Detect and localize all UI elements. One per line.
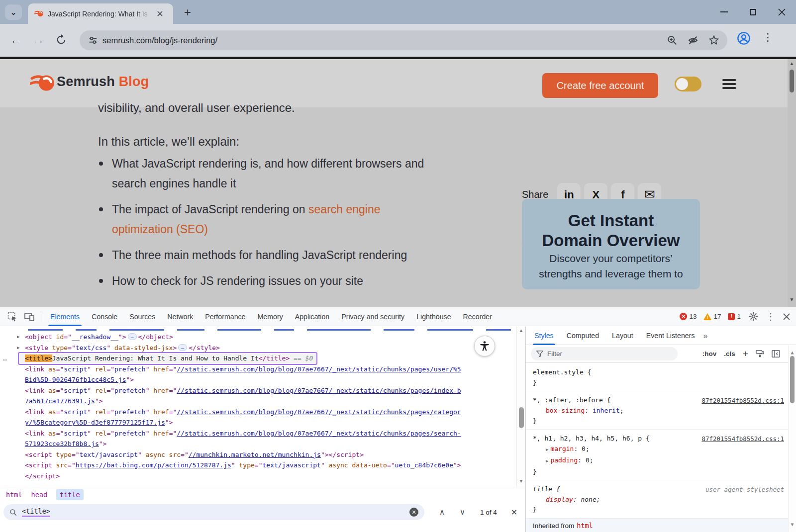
collapsed-content-icon[interactable]: … xyxy=(178,344,187,351)
rendering-emulation-icon[interactable] xyxy=(756,350,764,357)
dom-node-row[interactable]: <link as="script" rel="prefetch" href="/… xyxy=(0,364,516,375)
inherited-from-node[interactable]: html xyxy=(577,522,593,530)
breadcrumb-item-title[interactable]: title xyxy=(56,489,84,500)
devtools-tab-application[interactable]: Application xyxy=(289,307,335,326)
domain-overview-card[interactable]: Get Instant Domain Overview Discover you… xyxy=(522,199,700,289)
bookmark-star-icon[interactable] xyxy=(708,35,719,46)
dom-node-row[interactable]: 7a5617ca1776391.js"> xyxy=(0,396,516,407)
scroll-up-icon[interactable]: ▲ xyxy=(788,61,796,66)
breadcrumb-item-html[interactable]: html xyxy=(6,491,22,499)
scrollbar-thumb[interactable] xyxy=(790,356,795,403)
css-property[interactable]: ▶margin: 0; xyxy=(533,443,788,455)
error-badge[interactable]: ✕13 xyxy=(680,313,696,320)
close-search-icon[interactable]: ✕ xyxy=(511,508,517,517)
menu-icon[interactable] xyxy=(722,79,736,91)
breadcrumb-item-head[interactable]: head xyxy=(31,491,48,499)
dom-node-row[interactable]: y/%5Bcategory%5D-d3ef877797125f17.js"> xyxy=(0,417,516,428)
warning-badge[interactable]: !17 xyxy=(703,313,721,320)
css-property[interactable]: display: none; xyxy=(533,494,788,505)
dom-node-row[interactable]: <link as="script" rel="prefetch" href="/… xyxy=(0,428,516,439)
css-rule[interactable]: *, :after, :before {87f201554fb8552d.css… xyxy=(526,391,788,430)
maximize-button[interactable] xyxy=(738,0,767,24)
dom-node-row[interactable]: 571923cce32bf8b8.js"> xyxy=(0,439,516,449)
device-toolbar-icon[interactable] xyxy=(24,312,34,322)
semrush-logo-icon[interactable] xyxy=(30,73,56,93)
scroll-down-icon[interactable]: ▼ xyxy=(788,297,796,302)
expand-arrow-icon[interactable]: ▶ xyxy=(17,332,19,343)
stylesheet-source-link[interactable]: 87f201554fb8552d.css:1 xyxy=(701,434,784,444)
devtools-tab-lighthouse[interactable]: Lighthouse xyxy=(410,307,457,326)
expand-arrow-icon[interactable]: ▶ xyxy=(546,447,548,452)
minimize-button[interactable] xyxy=(709,0,738,24)
scroll-down-icon[interactable]: ▼ xyxy=(517,478,525,484)
dom-node-row[interactable]: Bid%5D-9026476fb1cc48c5.js"> xyxy=(0,374,516,385)
dom-node-row[interactable]: </script> xyxy=(0,471,516,482)
hover-state-button[interactable]: :hov xyxy=(702,349,717,359)
dom-scrollbar[interactable]: ▲ ▼ xyxy=(516,327,525,487)
reload-button[interactable] xyxy=(56,34,67,45)
dom-node-row[interactable]: <script src="https://bat.bing.com/p/acti… xyxy=(0,460,516,471)
css-rule[interactable]: title {user agent stylesheetdisplay: non… xyxy=(526,480,788,519)
devtools-tab-console[interactable]: Console xyxy=(86,307,123,326)
tab-search-button[interactable]: ⌄ xyxy=(5,4,22,20)
devtools-tab-elements[interactable]: Elements xyxy=(44,307,86,326)
devtools-close-icon[interactable] xyxy=(783,313,790,320)
devtools-tab-network[interactable]: Network xyxy=(161,307,199,326)
selected-dom-node[interactable]: <title>JavaScript Rendering: What It Is … xyxy=(19,353,316,364)
css-rule[interactable]: *, h1, h2, h3, h4, h5, h6, p {87f201554f… xyxy=(526,430,788,480)
new-tab-button[interactable]: + xyxy=(180,5,195,20)
css-property[interactable]: box-sizing: inherit; xyxy=(533,405,788,416)
previous-match-icon[interactable]: ∧ xyxy=(439,508,445,517)
styles-tab-event-listeners[interactable]: Event Listeners xyxy=(640,327,701,345)
stylesheet-source-link[interactable]: 87f201554fb8552d.css:1 xyxy=(701,395,784,406)
styles-scrollbar[interactable]: ▲ ▼ xyxy=(788,345,796,532)
dom-node-row[interactable]: <link as="script" rel="prefetch" href="/… xyxy=(0,407,516,418)
url-text[interactable]: semrush.com/blog/js-rendering/ xyxy=(102,36,217,45)
more-tabs-icon[interactable]: » xyxy=(703,331,707,341)
styles-tab-styles[interactable]: Styles xyxy=(528,327,560,345)
inspect-element-icon[interactable] xyxy=(7,312,17,322)
profile-icon[interactable] xyxy=(737,31,751,45)
rule-selector[interactable]: element.style { xyxy=(533,367,788,377)
dom-node-row[interactable]: ▶<object id="__reshadow__">…</object> xyxy=(0,332,516,343)
class-toggle-button[interactable]: .cls xyxy=(724,349,735,359)
devtools-tab-recorder[interactable]: Recorder xyxy=(457,307,498,326)
expand-arrow-icon[interactable]: ▶ xyxy=(546,458,548,463)
styles-tab-computed[interactable]: Computed xyxy=(560,327,605,345)
browser-tab[interactable]: JavaScript Rendering: What It Is xyxy=(28,3,173,24)
search-input[interactable]: <title> ✕ xyxy=(3,504,424,520)
expand-arrow-icon[interactable]: ▶ xyxy=(17,343,19,354)
scroll-up-icon[interactable]: ▲ xyxy=(517,328,525,333)
devtools-tab-memory[interactable]: Memory xyxy=(252,307,289,326)
dom-node-row[interactable]: <script type="text/javascript" async src… xyxy=(0,449,516,460)
css-rule[interactable]: element.style {} xyxy=(526,363,788,391)
header-toggle[interactable] xyxy=(675,77,701,91)
browser-menu-icon[interactable]: ⋮ xyxy=(763,31,773,43)
page-scrollbar[interactable]: ▲ ▼ xyxy=(788,59,796,307)
search-query[interactable]: <title> xyxy=(22,507,50,517)
devtools-tab-privacy-and-security[interactable]: Privacy and security xyxy=(335,307,410,326)
styles-tab-layout[interactable]: Layout xyxy=(605,327,640,345)
clear-search-icon[interactable]: ✕ xyxy=(409,508,418,517)
inline-link[interactable]: search engine xyxy=(308,203,381,216)
back-button[interactable]: ← xyxy=(10,33,21,47)
forward-button[interactable]: → xyxy=(33,33,44,47)
scrollbar-thumb[interactable] xyxy=(790,70,794,92)
zoom-icon[interactable] xyxy=(667,35,678,46)
dom-node-row[interactable]: …<title>JavaScript Rendering: What It Is… xyxy=(0,353,516,364)
new-style-rule-icon[interactable]: + xyxy=(743,349,748,359)
url-bar[interactable]: semrush.com/blog/js-rendering/ xyxy=(80,30,727,50)
devtools-menu-icon[interactable]: ⋮ xyxy=(766,311,775,322)
site-settings-icon[interactable] xyxy=(88,35,99,46)
dom-node-row[interactable]: <link as="script" rel="prefetch" href="/… xyxy=(0,385,516,396)
site-brand[interactable]: Semrush Blog xyxy=(57,74,149,89)
scroll-down-icon[interactable]: ▼ xyxy=(789,519,796,530)
styles-filter-input[interactable]: Filter xyxy=(531,347,678,360)
devtools-tab-sources[interactable]: Sources xyxy=(123,307,161,326)
scrollbar-thumb[interactable] xyxy=(519,407,524,428)
settings-gear-icon[interactable] xyxy=(749,312,758,321)
devtools-tab-performance[interactable]: Performance xyxy=(199,307,251,326)
next-match-icon[interactable]: ∨ xyxy=(460,508,465,517)
tab-close-icon[interactable] xyxy=(154,8,165,19)
css-property[interactable]: ▶padding: 0; xyxy=(533,455,788,466)
